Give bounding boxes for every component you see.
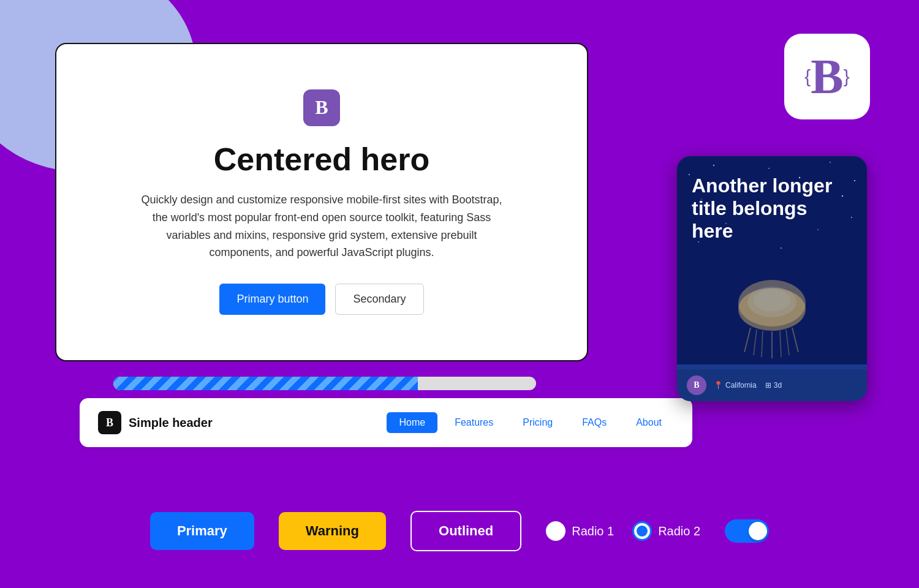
- mobile-card-content: Another longer title belongs here B 📍 Ca…: [677, 156, 867, 401]
- radio-label-2: Radio 2: [658, 524, 700, 538]
- hero-bootstrap-icon: B: [303, 89, 340, 126]
- header-nav: Home Features Pricing FAQs About: [387, 412, 674, 433]
- radio-item-1[interactable]: Radio 1: [546, 521, 614, 541]
- radio-circle-1: [546, 521, 565, 541]
- header-brand-letter: B: [106, 417, 113, 429]
- bottom-warning-button[interactable]: Warning: [279, 512, 386, 550]
- mobile-time: ⊞ 3d: [765, 381, 782, 390]
- header-brand-text: Simple header: [129, 416, 213, 430]
- nav-pricing[interactable]: Pricing: [510, 412, 565, 433]
- nav-features[interactable]: Features: [442, 412, 505, 433]
- mobile-avatar: B: [687, 375, 706, 395]
- progress-bar-track: [113, 377, 536, 390]
- nav-home[interactable]: Home: [387, 412, 437, 433]
- bootstrap-b-letter: B: [811, 49, 843, 105]
- bootstrap-logo-large: { B }: [784, 34, 870, 119]
- mobile-meta: 📍 California ⊞ 3d: [714, 381, 782, 390]
- mobile-location: 📍 California: [714, 381, 757, 390]
- secondary-button[interactable]: Secondary: [335, 284, 423, 315]
- bottom-section: Primary Warning Outlined Radio 1 Radio 2: [0, 511, 919, 551]
- radio-label-1: Radio 1: [572, 524, 614, 538]
- nav-faqs[interactable]: FAQs: [570, 412, 619, 433]
- toggle-switch[interactable]: [725, 519, 769, 543]
- hero-buttons: Primary button Secondary: [219, 284, 423, 315]
- mobile-card: Another longer title belongs here B 📍 Ca…: [677, 156, 867, 401]
- hero-description: Quickly design and customize responsive …: [138, 191, 505, 262]
- nav-about[interactable]: About: [624, 412, 674, 433]
- radio-circle-2: [632, 521, 652, 541]
- mobile-card-footer: B 📍 California ⊞ 3d: [677, 369, 867, 401]
- progress-bar-fill: [113, 377, 418, 390]
- bottom-primary-button[interactable]: Primary: [150, 512, 254, 550]
- progress-bar-container: [113, 377, 536, 390]
- header-brand-icon: B: [98, 411, 121, 434]
- mobile-card-title: Another longer title belongs here: [692, 175, 852, 242]
- radio-item-2[interactable]: Radio 2: [632, 521, 700, 541]
- toggle-knob: [749, 522, 767, 540]
- hero-title: Centered hero: [214, 141, 430, 178]
- bottom-outlined-button[interactable]: Outlined: [410, 511, 521, 551]
- primary-button[interactable]: Primary button: [219, 284, 325, 315]
- hero-icon-letter: B: [315, 96, 328, 119]
- radio-group: Radio 1 Radio 2: [546, 521, 700, 541]
- header-brand: B Simple header: [98, 411, 213, 434]
- simple-header: B Simple header Home Features Pricing FA…: [80, 398, 692, 447]
- hero-card: B Centered hero Quickly design and custo…: [55, 43, 588, 361]
